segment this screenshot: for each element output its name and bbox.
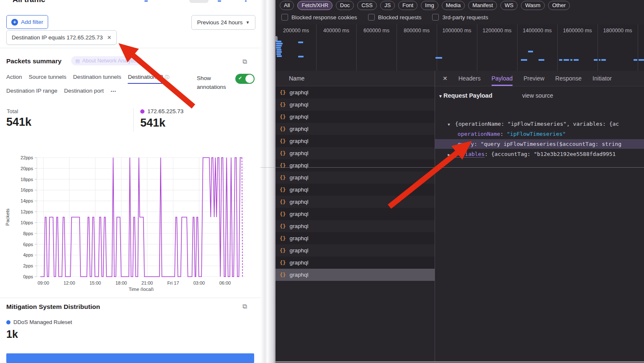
popout-icon[interactable]: ⧉ [242, 303, 247, 310]
request-payload-section-header[interactable]: ▼Request Payload [438, 92, 492, 99]
network-request-row[interactable]: {}graphql [276, 99, 435, 111]
payload-query-row[interactable]: query: "query ipFlowTimeseries($accountT… [435, 139, 644, 149]
svg-text:21:00: 21:00 [142, 280, 153, 285]
checkbox-blocked-response-cookies[interactable]: Blocked response cookies [281, 14, 357, 21]
filter-pill-font[interactable]: Font [398, 1, 417, 10]
payload-variables-row[interactable]: ▶ variables: {accountTag: "b12e3b2192ee5… [435, 149, 644, 159]
timeline-request-marker [277, 55, 282, 57]
svg-text:6pps: 6pps [23, 242, 33, 247]
json-braces-icon: {} [280, 211, 286, 217]
json-braces-icon: {} [280, 138, 286, 144]
network-request-row[interactable]: {}graphql [276, 171, 435, 184]
detail-tab-payload[interactable]: Payload [492, 71, 513, 86]
summary-tabs-row-2: Destination IP range Destination port ⋯ [6, 88, 116, 97]
filter-pill-manifest[interactable]: Manifest [468, 1, 497, 10]
request-name: graphql [289, 174, 308, 181]
view-source-link[interactable]: view source [522, 92, 553, 99]
timeline-request-marker [559, 59, 562, 61]
checkbox-blocked-requests[interactable]: Blocked requests [368, 14, 422, 21]
payload-operation-row[interactable]: operationName: "ipFlowTimeseries" [435, 129, 644, 139]
network-request-row[interactable]: {}graphql [276, 269, 435, 281]
network-timeline-overview[interactable]: 200000 ms400000 ms600000 ms800000 ms1000… [276, 24, 644, 71]
network-request-row[interactable]: {}graphql [276, 184, 435, 196]
network-request-row[interactable]: {}graphql [276, 159, 435, 171]
filter-pill-js[interactable]: JS [380, 1, 395, 10]
filter-pill-other[interactable]: Other [548, 1, 570, 10]
more-tabs-icon[interactable]: ⋯ [111, 88, 117, 97]
tab-action[interactable]: Action [6, 74, 22, 84]
detail-tab-initiator[interactable]: Initiator [592, 71, 612, 86]
network-request-row[interactable]: {}graphql [276, 196, 435, 208]
filter-chip[interactable]: Destination IP equals 172.65.225.73 ✕ [6, 30, 117, 45]
checkbox-box[interactable] [281, 14, 288, 21]
request-name: graphql [289, 272, 308, 278]
filter-pill-fetch-xhr[interactable]: Fetch/XHR [297, 1, 332, 10]
name-column-header[interactable]: Name [276, 71, 435, 86]
network-request-row[interactable]: {}graphql [276, 135, 435, 147]
tab-source-tunnels[interactable]: Source tunnels [29, 74, 67, 84]
summary-tabs-row-1: Action Source tunnels Destination tunnel… [6, 74, 169, 84]
filter-pill-doc[interactable]: Doc [336, 1, 354, 10]
close-icon[interactable]: ✕ [443, 75, 448, 82]
svg-text:10pps: 10pps [21, 220, 33, 225]
svg-text:12pps: 12pps [21, 209, 33, 214]
svg-text:Packets: Packets [5, 208, 10, 226]
tab-destination-tunnels[interactable]: Destination tunnels [73, 74, 121, 84]
detail-tab-response[interactable]: Response [555, 71, 582, 86]
add-filter-label: Add filter [21, 19, 43, 25]
detail-tab-preview[interactable]: Preview [523, 71, 544, 86]
network-request-row[interactable]: {}graphql [276, 111, 435, 123]
detail-tab-headers[interactable]: Headers [459, 71, 481, 86]
network-request-row[interactable]: {}graphql [276, 244, 435, 257]
about-network-analytics-badge[interactable]: ▤ About Network Analytics [71, 56, 143, 65]
filter-pill-ws[interactable]: WS [500, 1, 518, 10]
json-braces-icon: {} [280, 126, 286, 132]
svg-text:18pps: 18pps [21, 177, 33, 182]
clipped-toolbar-fragment [144, 0, 148, 2]
filter-pill-all[interactable]: All [280, 1, 294, 10]
time-range-dropdown[interactable]: Previous 24 hours ▼ [191, 15, 255, 30]
timeline-request-marker [538, 59, 544, 61]
request-name: graphql [289, 247, 308, 254]
timeline-tick-label: 2 [638, 28, 644, 34]
network-request-row[interactable]: {}graphql [276, 123, 435, 135]
remove-filter-icon[interactable]: ✕ [107, 34, 111, 41]
svg-text:03:00: 03:00 [193, 280, 205, 285]
checkbox-box[interactable] [432, 14, 439, 21]
timeline-request-marker [639, 59, 644, 61]
screenshot-seam [260, 167, 644, 168]
filter-pill-wasm[interactable]: Wasm [521, 1, 544, 10]
network-request-row[interactable]: {}graphql [276, 220, 435, 232]
timeline-request-marker [276, 51, 282, 53]
request-name: graphql [289, 89, 308, 96]
tab-destination-ip[interactable]: Destination IPⓘ [128, 74, 169, 84]
checkbox-3rd-party-requests[interactable]: 3rd-party requests [432, 14, 488, 21]
toggle-knob [245, 75, 254, 83]
request-name: graphql [289, 259, 308, 266]
json-braces-icon: {} [280, 187, 286, 193]
svg-text:2pps: 2pps [23, 263, 33, 268]
divider [0, 298, 260, 298]
network-request-row[interactable]: {}graphql [276, 257, 435, 269]
request-name: graphql [289, 223, 308, 229]
tab-destination-ip-range[interactable]: Destination IP range [6, 88, 57, 97]
svg-text:20pps: 20pps [21, 166, 33, 171]
network-request-row[interactable]: {}graphql [276, 208, 435, 220]
show-annotations-toggle[interactable]: ✓ [235, 74, 255, 84]
timeline-request-marker [601, 59, 606, 61]
add-filter-button[interactable]: + Add filter [6, 15, 48, 29]
network-request-row[interactable]: {}graphql [276, 86, 435, 99]
request-name: graphql [289, 138, 308, 144]
filter-pill-img[interactable]: Img [421, 1, 438, 10]
tab-destination-port[interactable]: Destination port [64, 88, 104, 97]
network-request-row[interactable]: {}graphql [276, 147, 435, 159]
popout-icon[interactable]: ⧉ [242, 58, 247, 65]
filter-pill-media[interactable]: Media [442, 1, 465, 10]
network-request-row[interactable]: {}graphql [276, 232, 435, 244]
checkbox-box[interactable] [368, 14, 375, 21]
payload-preview-row[interactable]: ▼ {operationName: "ipFlowTimeseries", va… [435, 119, 644, 129]
request-name: graphql [289, 150, 308, 156]
filter-pill-css[interactable]: CSS [357, 1, 377, 10]
mitigation-legend: DDoS Managed Ruleset [6, 319, 72, 325]
svg-text:12:00: 12:00 [64, 280, 75, 285]
